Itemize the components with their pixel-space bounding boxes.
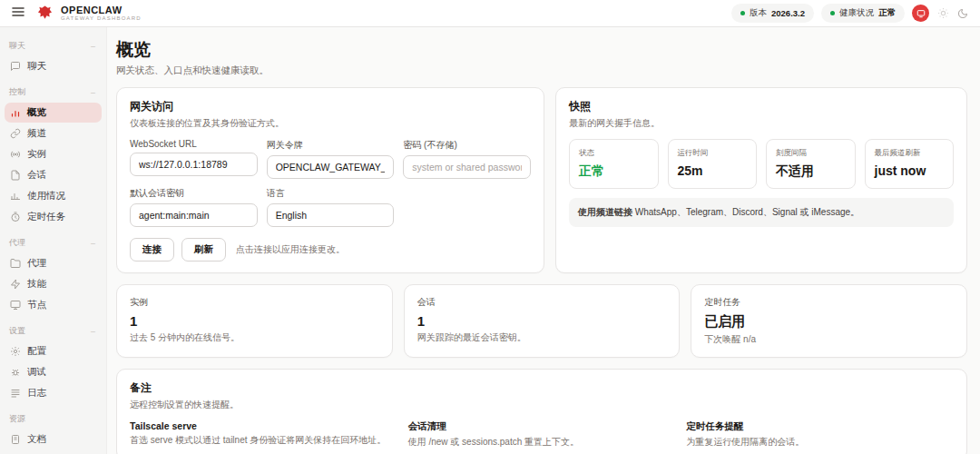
note-cron-reminder-text: 为重复运行使用隔离的会话。 xyxy=(686,436,954,449)
gateway-card-title: 网关访问 xyxy=(130,99,531,114)
page-subtitle: 网关状态、入口点和快速健康读取。 xyxy=(116,64,967,77)
cron-value: 已启用 xyxy=(704,313,954,331)
nav-section-resources: 资源 xyxy=(0,404,106,429)
stat-uptime-label: 运行时间 xyxy=(678,148,748,159)
page-title: 概览 xyxy=(116,38,967,62)
menu-icon[interactable] xyxy=(11,5,25,23)
ws-url-input[interactable] xyxy=(130,153,258,176)
instances-metric-card: 实例 1 过去 5 分钟内的在线信号。 xyxy=(116,284,393,358)
notes-card: 备注 远程控制设置的快速提醒。 Tailscale serve 首选 serve… xyxy=(116,369,967,454)
version-value: 2026.3.2 xyxy=(771,8,805,18)
gateway-card-subtitle: 仪表板连接的位置及其身份验证方式。 xyxy=(130,117,531,130)
connect-hint: 点击连接以应用连接更改。 xyxy=(236,243,345,256)
bug-icon xyxy=(10,367,21,378)
moon-icon[interactable] xyxy=(956,7,969,20)
sidebar-item-chat[interactable]: 聊天 xyxy=(5,56,102,76)
sidebar-item-debug[interactable]: 调试 xyxy=(5,362,102,382)
note-cron-reminder-title: 定时任务提醒 xyxy=(686,420,954,433)
monitor-icon xyxy=(916,9,926,18)
snapshot-card-title: 快照 xyxy=(569,99,954,114)
monitor-icon xyxy=(10,300,21,311)
document-icon xyxy=(10,434,21,445)
health-badge: 健康状况 正常 xyxy=(821,4,905,23)
language-label: 语言 xyxy=(267,187,395,200)
version-status-dot xyxy=(740,11,745,15)
sidebar-item-config[interactable]: 配置 xyxy=(5,341,102,361)
collapse-icon[interactable]: – xyxy=(91,42,95,51)
connect-button[interactable]: 连接 xyxy=(130,238,174,262)
brand[interactable]: OPENCLAW GATEWAY DASHBOARD xyxy=(36,5,142,22)
stat-tick-interval-label: 刻度间隔 xyxy=(776,148,846,159)
snapshot-card: 快照 最新的网关握手信息。 状态 正常 运行时间 25m 刻度间隔 不适用 xyxy=(555,87,967,273)
brand-subtitle: GATEWAY DASHBOARD xyxy=(61,15,142,22)
sidebar-item-sessions[interactable]: 会话 xyxy=(5,165,102,185)
channels-info-strip: 使用频道链接 WhatsApp、Telegram、Discord、Signal … xyxy=(569,198,954,227)
main-content: 概览 网关状态、入口点和快速健康读取。 网关访问 仪表板连接的位置及其身份验证方… xyxy=(107,27,980,454)
sun-icon[interactable] xyxy=(936,7,949,20)
note-tailscale-text: 首选 serve 模式以通过 tailnet 身份验证将网关保持在回环地址。 xyxy=(130,434,397,447)
logs-icon xyxy=(10,388,21,399)
note-session-cleanup: 会话清理 使用 /new 或 sessions.patch 重置上下文。 xyxy=(408,420,676,449)
chat-icon xyxy=(10,61,21,72)
cron-metric-card: 定时任务 已启用 下次唤醒 n/a xyxy=(691,284,967,358)
sidebar-item-skills[interactable]: 技能 xyxy=(5,274,102,294)
sidebar-item-docs[interactable]: 文档 xyxy=(5,429,102,449)
version-label: 版本 xyxy=(750,7,767,19)
gateway-access-card: 网关访问 仪表板连接的位置及其身份验证方式。 WebSocket URL 网关令… xyxy=(116,87,544,273)
channels-info-text: WhatsApp、Telegram、Discord、Signal 或 iMess… xyxy=(632,207,859,217)
timer-icon xyxy=(10,212,21,222)
channels-info-strong: 使用频道链接 xyxy=(578,207,632,217)
sidebar-item-cron[interactable]: 定时任务 xyxy=(5,207,102,227)
token-label: 网关令牌 xyxy=(267,139,395,152)
sidebar: 聊天 – 聊天 控制 – 概览 频道 实例 会话 使用情况 xyxy=(0,27,107,454)
snapshot-card-subtitle: 最新的网关握手信息。 xyxy=(569,117,954,130)
health-status-dot xyxy=(830,11,835,15)
password-input[interactable] xyxy=(403,155,531,179)
note-session-cleanup-title: 会话清理 xyxy=(408,420,676,433)
nav-section-settings: 设置 – xyxy=(0,316,106,340)
session-key-input[interactable] xyxy=(130,203,258,227)
stat-status-value: 正常 xyxy=(579,163,649,180)
sidebar-item-overview[interactable]: 概览 xyxy=(5,103,102,123)
openclaw-logo-icon xyxy=(36,5,54,22)
session-key-label: 默认会话密钥 xyxy=(130,187,258,200)
nav-section-agents: 代理 – xyxy=(0,228,106,252)
note-tailscale: Tailscale serve 首选 serve 模式以通过 tailnet 身… xyxy=(130,420,397,449)
refresh-button[interactable]: 刷新 xyxy=(181,238,226,262)
broadcast-icon xyxy=(10,149,21,160)
sidebar-item-nodes[interactable]: 节点 xyxy=(5,295,102,315)
bar-chart-icon xyxy=(10,107,21,118)
stat-last-refresh-value: just now xyxy=(875,163,945,178)
instances-value: 1 xyxy=(130,313,379,329)
brand-title: OPENCLAW xyxy=(61,5,142,15)
password-label: 密码 (不存储) xyxy=(403,139,531,152)
sessions-caption: 网关跟踪的最近会话密钥。 xyxy=(417,331,667,344)
health-value: 正常 xyxy=(878,7,896,19)
instances-title: 实例 xyxy=(130,296,379,309)
link-icon xyxy=(10,128,21,139)
collapse-icon[interactable]: – xyxy=(91,88,95,97)
sidebar-item-instances[interactable]: 实例 xyxy=(5,144,102,164)
language-select[interactable]: English xyxy=(267,203,395,227)
instances-caption: 过去 5 分钟内的在线信号。 xyxy=(130,331,379,344)
sidebar-item-channels[interactable]: 频道 xyxy=(5,123,102,143)
note-tailscale-title: Tailscale serve xyxy=(130,420,397,431)
sidebar-item-agents[interactable]: 代理 xyxy=(5,253,102,273)
sessions-metric-card: 会话 1 网关跟踪的最近会话密钥。 xyxy=(404,284,681,358)
top-header: OPENCLAW GATEWAY DASHBOARD 版本 2026.3.2 健… xyxy=(0,0,980,27)
nav-section-control: 控制 – xyxy=(0,77,106,102)
version-badge: 版本 2026.3.2 xyxy=(731,4,814,23)
sidebar-item-usage[interactable]: 使用情况 xyxy=(5,186,102,206)
sidebar-item-logs[interactable]: 日志 xyxy=(5,383,102,403)
screen-button[interactable] xyxy=(912,5,929,22)
stat-last-refresh-label: 最后频道刷新 xyxy=(875,148,945,159)
usage-chart-icon xyxy=(10,191,21,202)
note-session-cleanup-text: 使用 /new 或 sessions.patch 重置上下文。 xyxy=(408,436,676,449)
collapse-icon[interactable]: – xyxy=(91,239,95,248)
stat-status: 状态 正常 xyxy=(569,139,659,189)
stat-tick-interval: 刻度间隔 不适用 xyxy=(766,139,856,189)
token-input[interactable] xyxy=(267,155,395,179)
lightning-icon xyxy=(10,279,21,290)
ws-url-label: WebSocket URL xyxy=(130,139,258,149)
collapse-icon[interactable]: – xyxy=(91,327,95,336)
